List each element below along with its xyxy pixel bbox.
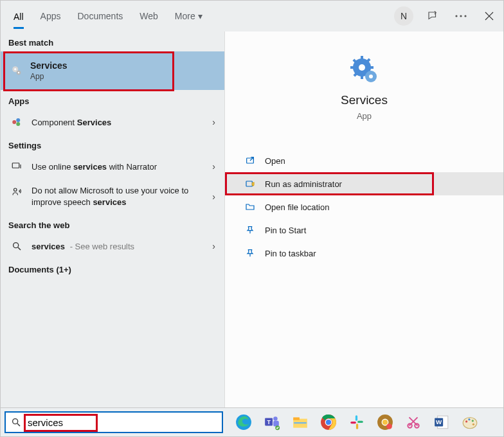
chevron-right-icon: › <box>212 241 215 251</box>
best-match-title: Services <box>30 60 68 71</box>
best-match-item[interactable]: Services App <box>1 51 224 90</box>
tab-all[interactable]: All <box>14 10 24 29</box>
header: All Apps Documents Web More ▾ N <box>1 1 503 31</box>
app-result-label: Component Services <box>32 118 111 127</box>
section-documents: Documents (1+) <box>1 258 224 278</box>
folder-icon <box>244 202 256 212</box>
teams-icon[interactable]: T <box>260 411 284 434</box>
search-icon <box>11 417 21 427</box>
svg-rect-36 <box>273 421 279 427</box>
close-icon[interactable] <box>480 7 498 25</box>
action-label: Open file location <box>265 202 329 212</box>
setting-label: Use online services with Narrator <box>32 162 157 172</box>
svg-point-51 <box>386 424 392 429</box>
svg-point-11 <box>16 122 20 126</box>
highlight-best-match <box>3 51 174 91</box>
svg-point-0 <box>455 15 457 17</box>
preview-title: Services <box>225 93 503 107</box>
action-pin-to-start[interactable]: Pin to Start <box>225 219 503 242</box>
svg-rect-18 <box>361 75 363 79</box>
filter-tabs: All Apps Documents Web More ▾ <box>14 3 203 29</box>
action-label: Pin to Start <box>265 226 306 235</box>
taskbar-search[interactable] <box>4 411 223 433</box>
svg-rect-12 <box>12 163 19 168</box>
services-icon <box>11 65 22 76</box>
svg-point-25 <box>359 64 365 71</box>
feedback-icon[interactable] <box>424 7 442 25</box>
action-pin-to-taskbar[interactable]: Pin to taskbar <box>225 242 503 265</box>
header-right: N <box>394 6 498 26</box>
narrator-icon <box>11 161 22 172</box>
setting-narrator-services[interactable]: Use online services with Narrator › <box>1 154 224 179</box>
svg-point-60 <box>472 420 474 422</box>
action-open-file-location[interactable]: Open file location <box>225 195 503 219</box>
search-input[interactable] <box>26 416 217 429</box>
tab-web[interactable]: Web <box>140 10 158 22</box>
chevron-right-icon: › <box>212 117 215 127</box>
svg-text:W: W <box>436 418 442 425</box>
svg-point-58 <box>465 420 467 422</box>
svg-rect-19 <box>350 66 354 69</box>
tab-documents[interactable]: Documents <box>77 10 123 22</box>
svg-point-8 <box>18 72 19 73</box>
action-open[interactable]: Open <box>225 149 503 172</box>
avatar[interactable]: N <box>394 6 413 26</box>
svg-point-35 <box>273 416 278 421</box>
word-icon[interactable]: W <box>430 411 453 434</box>
svg-rect-45 <box>357 421 363 423</box>
web-result-label: services - See web results <box>32 242 134 251</box>
svg-line-31 <box>17 424 20 426</box>
svg-point-43 <box>326 420 331 425</box>
services-icon-large <box>349 55 380 85</box>
component-services-icon <box>11 116 22 128</box>
section-settings: Settings <box>1 134 224 154</box>
more-options-icon[interactable] <box>452 7 470 25</box>
svg-point-14 <box>14 243 19 248</box>
admin-shield-icon <box>244 179 256 189</box>
svg-point-61 <box>473 424 474 425</box>
tab-more[interactable]: More ▾ <box>175 10 203 22</box>
app-result-component-services[interactable]: Component Services › <box>1 110 224 134</box>
setting-speech-services[interactable]: Do not allow Microsoft to use your voice… <box>1 179 224 214</box>
edge-icon[interactable] <box>232 411 255 434</box>
tab-apps[interactable]: Apps <box>40 10 61 22</box>
svg-rect-47 <box>350 422 356 424</box>
svg-line-15 <box>18 247 21 250</box>
section-apps: Apps <box>1 90 224 110</box>
svg-point-27 <box>369 75 373 78</box>
chevron-right-icon: › <box>212 192 215 202</box>
svg-rect-17 <box>361 56 363 60</box>
pin-icon <box>244 248 256 258</box>
web-result-services[interactable]: services - See web results › <box>1 234 224 258</box>
svg-point-6 <box>14 68 16 70</box>
voice-icon <box>11 186 22 198</box>
svg-point-2 <box>464 15 466 17</box>
section-web: Search the web <box>1 214 224 234</box>
svg-rect-29 <box>246 181 252 186</box>
action-label: Pin to taskbar <box>265 249 316 258</box>
chrome-canary-icon[interactable] <box>374 411 397 434</box>
action-run-as-admin[interactable]: Run as administrator <box>225 172 503 195</box>
file-explorer-icon[interactable] <box>289 411 312 434</box>
slack-icon[interactable] <box>345 411 368 434</box>
svg-rect-44 <box>356 415 357 421</box>
pin-icon <box>244 225 256 235</box>
preview-header: Services App <box>225 31 503 121</box>
svg-point-30 <box>13 419 18 424</box>
snip-sketch-icon[interactable] <box>402 411 425 434</box>
svg-point-59 <box>468 418 470 420</box>
svg-text:T: T <box>267 419 271 425</box>
setting-label: Do not allow Microsoft to use your voice… <box>32 185 192 208</box>
preview-actions: Open Run as administrator Open file loca… <box>225 149 503 265</box>
svg-point-1 <box>460 15 462 17</box>
start-search-window: All Apps Documents Web More ▾ N Best mat… <box>0 0 504 437</box>
preview-subtitle: App <box>225 111 503 121</box>
taskbar: T W <box>1 407 503 436</box>
results-panel: Best match Services App Apps Component S… <box>1 31 224 408</box>
taskbar-apps: T W <box>232 411 482 434</box>
svg-rect-46 <box>356 424 358 429</box>
svg-point-13 <box>14 188 17 192</box>
chrome-icon[interactable] <box>317 411 340 434</box>
svg-rect-39 <box>293 417 300 420</box>
paint-icon[interactable] <box>458 411 482 434</box>
